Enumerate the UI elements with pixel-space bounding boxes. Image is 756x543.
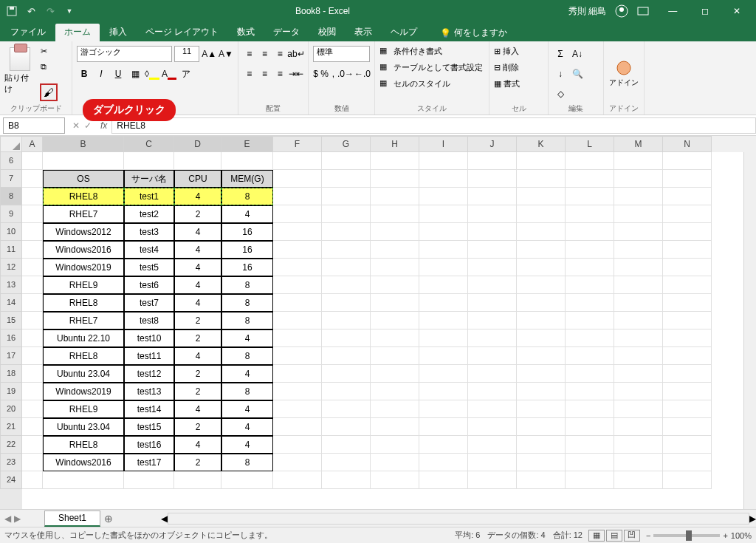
cell[interactable] — [614, 365, 663, 383]
cell[interactable] — [663, 418, 712, 436]
cell[interactable] — [371, 152, 419, 170]
cell[interactable]: CPU — [174, 170, 221, 188]
view-page-break-icon[interactable]: 凹 — [624, 530, 640, 542]
cell[interactable] — [371, 400, 419, 418]
cell[interactable] — [22, 294, 43, 312]
maximize-button[interactable]: ◻ — [690, 0, 720, 22]
col-header[interactable]: E — [221, 136, 273, 152]
cell[interactable]: 4 — [174, 223, 221, 241]
cell[interactable] — [371, 170, 419, 188]
cell[interactable]: 8 — [221, 347, 273, 365]
zoom-slider[interactable] — [653, 534, 720, 537]
cell[interactable] — [22, 312, 43, 329]
cell[interactable] — [614, 188, 663, 205]
cell[interactable] — [517, 471, 566, 489]
cell[interactable] — [322, 383, 371, 400]
cell[interactable] — [468, 241, 517, 259]
cell[interactable] — [663, 436, 712, 454]
row-header[interactable]: 23 — [0, 454, 22, 471]
cell[interactable] — [566, 312, 614, 329]
cell[interactable] — [566, 383, 614, 400]
find-icon[interactable]: 🔍 — [570, 66, 585, 81]
cell[interactable] — [22, 276, 43, 294]
cell[interactable] — [371, 312, 419, 329]
cell[interactable] — [322, 276, 371, 294]
cell[interactable] — [273, 312, 322, 329]
currency-icon[interactable]: $ — [313, 66, 318, 81]
row-header[interactable]: 9 — [0, 205, 22, 223]
cell[interactable] — [566, 471, 614, 489]
align-middle-icon[interactable]: ≡ — [258, 47, 272, 61]
cell[interactable] — [566, 329, 614, 347]
cell[interactable] — [663, 276, 712, 294]
zoom-out-button[interactable]: − — [646, 531, 650, 540]
cell[interactable]: 2 — [174, 312, 221, 329]
cell[interactable] — [663, 400, 712, 418]
cell[interactable] — [468, 471, 517, 489]
col-header[interactable]: N — [663, 136, 712, 152]
cell[interactable] — [468, 259, 517, 276]
cell[interactable] — [614, 347, 663, 365]
underline-button[interactable]: U — [111, 66, 126, 81]
horizontal-scrollbar[interactable]: ◀▶ — [161, 513, 756, 525]
cell[interactable] — [22, 188, 43, 205]
cell[interactable] — [663, 312, 712, 329]
cell[interactable] — [371, 454, 419, 471]
cut-icon[interactable]: ✂ — [35, 44, 52, 58]
cell[interactable] — [614, 170, 663, 188]
col-header[interactable]: B — [43, 136, 124, 152]
format-painter-button[interactable]: 🖌 — [40, 83, 58, 101]
cell[interactable] — [468, 418, 517, 436]
font-color-button[interactable]: A — [162, 66, 176, 81]
increase-font-icon[interactable]: A▲ — [202, 47, 216, 61]
cell[interactable] — [273, 347, 322, 365]
cell[interactable]: Windows2016 — [43, 454, 124, 471]
cell[interactable] — [566, 241, 614, 259]
cells-grid[interactable]: OSサーバ名CPUMEM(G)RHEL8test148RHEL7test224W… — [22, 152, 743, 509]
col-header[interactable]: H — [371, 136, 419, 152]
align-left-icon[interactable]: ≡ — [243, 67, 256, 81]
cell[interactable] — [419, 188, 468, 205]
cell[interactable]: RHEL8 — [43, 294, 124, 312]
cell[interactable]: 8 — [221, 312, 273, 329]
cell[interactable]: 16 — [221, 259, 273, 276]
cell[interactable]: 4 — [221, 205, 273, 223]
cell[interactable] — [371, 259, 419, 276]
cell[interactable] — [322, 170, 371, 188]
cell[interactable] — [124, 152, 174, 170]
cell[interactable]: 4 — [174, 188, 221, 205]
wrap-text-icon[interactable]: ab↵ — [289, 47, 303, 61]
cell[interactable] — [517, 223, 566, 241]
cell[interactable] — [371, 436, 419, 454]
cell[interactable] — [566, 223, 614, 241]
cell[interactable]: 4 — [221, 329, 273, 347]
cell[interactable] — [663, 188, 712, 205]
enter-icon[interactable]: ✓ — [84, 120, 92, 131]
redo-icon[interactable]: ↷ — [43, 4, 58, 18]
cell[interactable] — [371, 471, 419, 489]
align-top-icon[interactable]: ≡ — [243, 47, 256, 61]
cell[interactable] — [517, 400, 566, 418]
cell[interactable] — [419, 259, 468, 276]
cell[interactable] — [468, 223, 517, 241]
cell[interactable] — [273, 188, 322, 205]
cell[interactable] — [273, 383, 322, 400]
percent-icon[interactable]: % — [320, 66, 329, 81]
cell[interactable] — [322, 312, 371, 329]
cell[interactable] — [468, 383, 517, 400]
cancel-icon[interactable]: ✕ — [72, 120, 80, 131]
cell[interactable]: test5 — [124, 259, 174, 276]
cell[interactable]: RHEL7 — [43, 312, 124, 329]
cell[interactable] — [517, 329, 566, 347]
cell[interactable] — [468, 347, 517, 365]
row-header[interactable]: 12 — [0, 259, 22, 276]
view-page-layout-icon[interactable]: ▤ — [606, 530, 622, 542]
cell[interactable] — [22, 205, 43, 223]
user-avatar-icon[interactable] — [615, 4, 628, 18]
cell[interactable] — [517, 347, 566, 365]
cell[interactable]: 4 — [221, 365, 273, 383]
cell[interactable] — [419, 241, 468, 259]
cell[interactable]: test13 — [124, 383, 174, 400]
cell[interactable] — [124, 471, 174, 489]
phonetic-button[interactable]: ア — [179, 66, 193, 81]
